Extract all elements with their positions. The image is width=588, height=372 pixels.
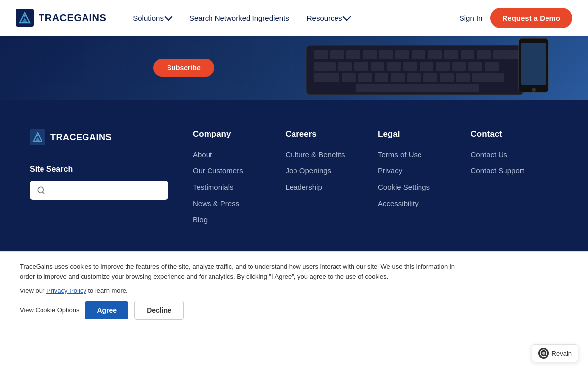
- svg-rect-25: [452, 62, 466, 71]
- footer-col-legal-title: Legal: [378, 129, 461, 139]
- svg-rect-33: [407, 73, 421, 82]
- svg-rect-22: [403, 62, 417, 71]
- footer-link-job-openings[interactable]: Job Openings: [286, 166, 369, 175]
- svg-point-49: [542, 352, 545, 355]
- footer-link-leadership[interactable]: Leadership: [286, 183, 369, 191]
- svg-rect-29: [342, 73, 356, 82]
- hero-section: Subscribe: [0, 36, 588, 100]
- agree-button[interactable]: Agree: [85, 301, 128, 319]
- footer-col-careers: Careers Culture & Benefits Job Openings …: [281, 129, 374, 232]
- revain-label: Revain: [552, 350, 572, 357]
- svg-rect-7: [346, 50, 360, 59]
- navbar-logo[interactable]: TRACEGAINS: [16, 9, 106, 27]
- svg-rect-28: [314, 73, 339, 82]
- svg-rect-40: [521, 43, 546, 85]
- svg-rect-27: [485, 62, 499, 71]
- search-icon: [37, 186, 45, 195]
- nav-search-ingredients[interactable]: Search Networked Ingredients: [182, 10, 296, 26]
- svg-rect-31: [375, 73, 388, 82]
- footer-top: TRACEGAINS Site Search Company About Our…: [30, 129, 558, 232]
- view-cookie-options-button[interactable]: View Cookie Options: [20, 306, 79, 314]
- svg-line-47: [42, 192, 44, 193]
- svg-rect-36: [456, 73, 470, 82]
- svg-rect-37: [472, 73, 504, 82]
- nav-solutions[interactable]: Solutions: [126, 10, 178, 26]
- svg-rect-8: [363, 50, 377, 59]
- nav-resources[interactable]: Resources: [300, 10, 357, 26]
- footer-link-cookie-settings[interactable]: Cookie Settings: [378, 183, 461, 191]
- footer-logo-icon: [30, 129, 45, 145]
- footer-col-company: Company About Our Customers Testimonials…: [188, 129, 281, 232]
- svg-point-3: [24, 15, 26, 17]
- footer-link-accessibility[interactable]: Accessibility: [378, 199, 461, 207]
- svg-rect-23: [420, 62, 433, 71]
- keyboard-illustration: [292, 36, 568, 100]
- cookie-actions: View Cookie Options Agree Decline: [20, 301, 568, 320]
- svg-rect-30: [358, 73, 372, 82]
- footer-col-careers-title: Careers: [286, 129, 369, 139]
- privacy-policy-link[interactable]: Privacy Policy: [46, 287, 86, 294]
- footer-brand: TRACEGAINS Site Search: [30, 129, 188, 232]
- cookie-learn-more: View our Privacy Policy to learn more.: [20, 286, 464, 296]
- footer-col-contact-title: Contact: [471, 129, 554, 139]
- svg-rect-10: [395, 50, 409, 59]
- navbar-logo-text: TRACEGAINS: [39, 12, 106, 24]
- svg-rect-34: [423, 73, 437, 82]
- svg-rect-17: [314, 62, 336, 71]
- navbar: TRACEGAINS Solutions Search Networked In…: [0, 0, 588, 36]
- cookie-banner: TraceGains uses cookies to improve the f…: [0, 251, 588, 330]
- svg-rect-12: [428, 50, 442, 59]
- footer: TRACEGAINS Site Search Company About Our…: [0, 100, 588, 251]
- footer-link-our-customers[interactable]: Our Customers: [193, 166, 276, 175]
- svg-rect-32: [391, 73, 405, 82]
- svg-rect-16: [493, 50, 520, 59]
- chevron-down-icon: [164, 13, 172, 21]
- footer-col-company-title: Company: [193, 129, 276, 139]
- svg-rect-5: [314, 50, 328, 59]
- svg-rect-9: [379, 50, 393, 59]
- navbar-right: Sign In Request a Demo: [460, 8, 572, 28]
- cookie-main-text: TraceGains uses cookies to improve the f…: [20, 262, 464, 281]
- tracegains-logo-icon: [16, 9, 34, 27]
- svg-point-45: [37, 135, 39, 137]
- footer-link-about[interactable]: About: [193, 150, 276, 159]
- svg-rect-18: [338, 62, 352, 71]
- signin-link[interactable]: Sign In: [460, 14, 483, 22]
- svg-rect-38: [356, 84, 479, 92]
- revain-badge[interactable]: Revain: [532, 344, 578, 362]
- footer-link-privacy[interactable]: Privacy: [378, 166, 461, 175]
- revain-icon: [538, 348, 549, 359]
- footer-link-contact-support[interactable]: Contact Support: [471, 166, 554, 175]
- footer-link-testimonials[interactable]: Testimonials: [193, 183, 276, 191]
- svg-rect-11: [412, 50, 425, 59]
- svg-rect-6: [330, 50, 344, 59]
- decline-button[interactable]: Decline: [134, 301, 184, 320]
- svg-rect-14: [461, 50, 474, 59]
- footer-logo: TRACEGAINS: [30, 129, 188, 145]
- footer-link-news-press[interactable]: News & Press: [193, 199, 276, 207]
- footer-logo-text: TRACEGAINS: [50, 132, 112, 143]
- footer-col-contact: Contact Contact Us Contact Support: [466, 129, 559, 232]
- footer-link-contact-us[interactable]: Contact Us: [471, 150, 554, 159]
- search-input[interactable]: [49, 186, 161, 195]
- request-demo-button[interactable]: Request a Demo: [490, 8, 572, 28]
- svg-rect-15: [477, 50, 491, 59]
- subscribe-button[interactable]: Subscribe: [153, 59, 214, 77]
- footer-link-blog[interactable]: Blog: [193, 215, 276, 224]
- svg-rect-13: [444, 50, 458, 59]
- search-box: [30, 181, 168, 200]
- footer-link-culture-benefits[interactable]: Culture & Benefits: [286, 150, 369, 159]
- svg-rect-21: [387, 62, 401, 71]
- svg-rect-20: [371, 62, 384, 71]
- chevron-down-icon: [343, 13, 351, 21]
- navbar-nav: Solutions Search Networked Ingredients R…: [126, 10, 460, 26]
- site-search-label: Site Search: [30, 165, 188, 174]
- svg-rect-26: [468, 62, 482, 71]
- svg-rect-35: [440, 73, 454, 82]
- svg-point-41: [532, 88, 536, 92]
- svg-rect-24: [436, 62, 450, 71]
- svg-rect-19: [354, 62, 368, 71]
- footer-nav-columns: Company About Our Customers Testimonials…: [188, 129, 558, 232]
- footer-col-legal: Legal Terms of Use Privacy Cookie Settin…: [373, 129, 466, 232]
- footer-link-terms-of-use[interactable]: Terms of Use: [378, 150, 461, 159]
